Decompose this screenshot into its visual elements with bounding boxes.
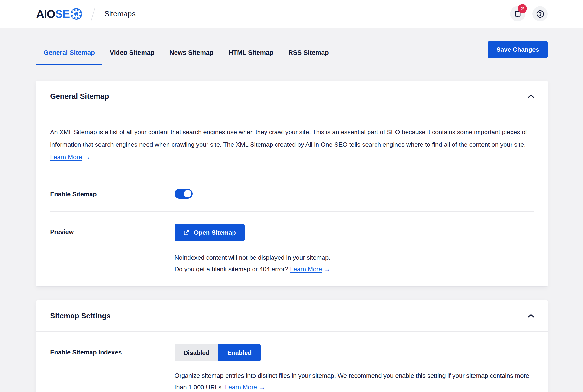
- arrow-right-icon: →: [259, 382, 265, 392]
- learn-more-label: Learn More: [50, 154, 82, 161]
- sitemap-settings-card-header: Sitemap Settings: [36, 300, 548, 332]
- tab-video-sitemap[interactable]: Video Sitemap: [102, 40, 162, 65]
- general-sitemap-card-header: General Sitemap: [36, 81, 548, 112]
- enable-sitemap-indexes-label: Enable Sitemap Indexes: [50, 344, 174, 356]
- learn-more-label: Learn More: [290, 266, 322, 273]
- sitemap-tabbar: General Sitemap Video Sitemap News Sitem…: [36, 40, 548, 66]
- header: AIOSE: [0, 0, 583, 28]
- tab-news-sitemap[interactable]: News Sitemap: [162, 40, 221, 65]
- notifications-badge: 2: [518, 4, 527, 13]
- indexes-description: Organize sitemap entries into distinct f…: [174, 370, 534, 392]
- tab-label: RSS Sitemap: [288, 49, 329, 56]
- aioseo-logo: AIOSE: [36, 7, 82, 20]
- notifications-button[interactable]: 2: [510, 6, 525, 22]
- tab-label: General Sitemap: [44, 49, 95, 56]
- enable-sitemap-toggle[interactable]: [174, 189, 193, 199]
- open-sitemap-label: Open Sitemap: [194, 229, 236, 236]
- learn-more-link[interactable]: Learn More→: [225, 384, 265, 391]
- help-button[interactable]: [532, 6, 548, 22]
- toggle-knob: [184, 190, 191, 198]
- tab-rss-sitemap[interactable]: RSS Sitemap: [281, 40, 336, 65]
- tab-label: News Sitemap: [169, 49, 213, 56]
- logo-text-se: SE: [55, 7, 70, 20]
- general-sitemap-card-body: An XML Sitemap is a list of all your con…: [36, 112, 548, 286]
- blank-sitemap-question: Do you get a blank sitemap or 404 error?: [174, 266, 288, 273]
- learn-more-label: Learn More: [225, 384, 257, 391]
- sitemap-indexes-segmented-control: Disabled Enabled: [174, 344, 261, 362]
- tab-label: Video Sitemap: [110, 49, 155, 56]
- external-link-icon: [183, 230, 189, 236]
- tab-general-sitemap[interactable]: General Sitemap: [36, 40, 102, 65]
- arrow-right-icon: →: [324, 263, 331, 275]
- help-icon: [535, 10, 545, 18]
- card-title: Sitemap Settings: [50, 312, 111, 320]
- open-sitemap-button[interactable]: Open Sitemap: [174, 224, 244, 241]
- enable-sitemap-indexes-row: Enable Sitemap Indexes Disabled Enabled …: [50, 332, 534, 392]
- preview-notes: Noindexed content will not be displayed …: [174, 252, 534, 275]
- chevron-up-icon: [527, 94, 535, 98]
- collapse-card-button[interactable]: [525, 311, 537, 320]
- card-description: An XML Sitemap is a list of all your con…: [50, 112, 534, 176]
- general-sitemap-card: General Sitemap An XML Sitemap is a list…: [36, 81, 548, 286]
- card-title: General Sitemap: [50, 92, 109, 101]
- breadcrumb-separator: [91, 7, 95, 21]
- sitemap-settings-card-body: Enable Sitemap Indexes Disabled Enabled …: [36, 332, 548, 392]
- learn-more-link[interactable]: Learn More→: [50, 154, 91, 161]
- main-content: General Sitemap Video Sitemap News Sitem…: [0, 40, 583, 392]
- save-changes-button[interactable]: Save Changes: [488, 41, 548, 58]
- enable-sitemap-label: Enable Sitemap: [50, 189, 174, 198]
- preview-row: Preview Open Sitemap: [50, 212, 534, 286]
- logo-gear-icon: [70, 8, 82, 20]
- description-text: An XML Sitemap is a list of all your con…: [50, 128, 527, 148]
- noindex-note: Noindexed content will not be displayed …: [174, 252, 534, 263]
- collapse-card-button[interactable]: [525, 92, 537, 101]
- learn-more-link[interactable]: Learn More→: [290, 266, 331, 273]
- preview-label: Preview: [50, 224, 174, 236]
- header-actions: 2: [510, 6, 548, 22]
- indexes-enabled-button[interactable]: Enabled: [218, 344, 260, 362]
- chevron-up-icon: [527, 314, 535, 318]
- arrow-right-icon: →: [84, 151, 91, 163]
- logo-text-aio: AIO: [36, 7, 55, 20]
- page-title: Sitemaps: [105, 10, 136, 18]
- aioseo-sitemaps-page: AIOSE: [0, 0, 583, 392]
- tab-html-sitemap[interactable]: HTML Sitemap: [221, 40, 281, 65]
- tab-label: HTML Sitemap: [228, 49, 273, 56]
- blank-sitemap-note: Do you get a blank sitemap or 404 error?…: [174, 263, 534, 275]
- sitemap-settings-card: Sitemap Settings Enable Sitemap Indexes …: [36, 300, 548, 392]
- indexes-disabled-button[interactable]: Disabled: [174, 344, 218, 362]
- enable-sitemap-row: Enable Sitemap: [50, 177, 534, 212]
